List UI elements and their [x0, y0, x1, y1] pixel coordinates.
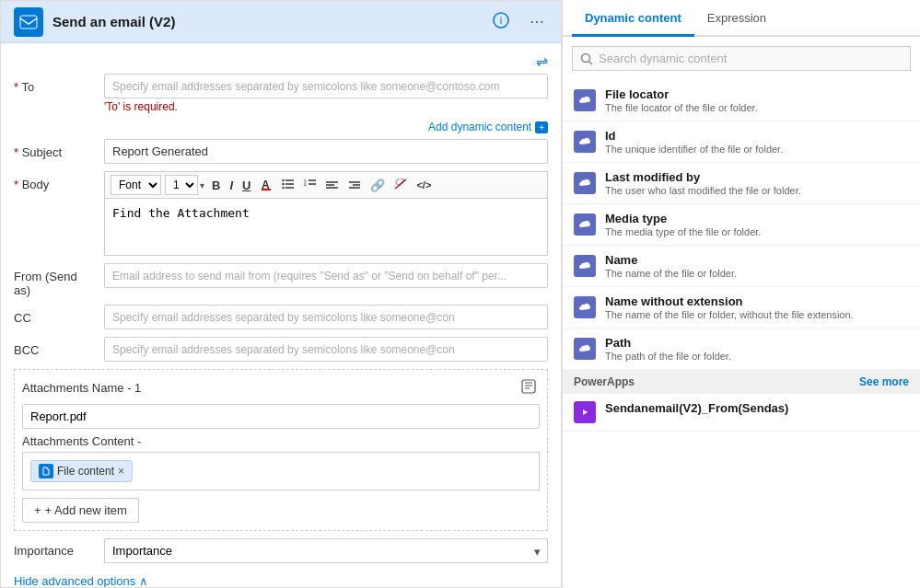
to-error: 'To' is required.: [104, 100, 548, 113]
unlink-button[interactable]: [390, 177, 411, 194]
code-button[interactable]: </>: [413, 178, 435, 192]
from-label: From (Send as): [14, 263, 97, 297]
powerapps-section-header: PowerApps See more: [563, 370, 920, 394]
attachment-name-input[interactable]: [22, 404, 540, 429]
align-right-button[interactable]: [344, 177, 365, 194]
app-icon: [14, 7, 43, 37]
from-input[interactable]: [104, 263, 548, 288]
svg-line-27: [589, 61, 593, 64]
item-text: Id The unique identifier of the file or …: [605, 129, 909, 155]
attachments-section: Attachments Name - 1 Attachments Content…: [14, 369, 548, 531]
svg-rect-0: [20, 16, 37, 29]
body-input-wrap: Font 12 ▾ B I U A: [104, 171, 548, 256]
add-dynamic-content-link[interactable]: Add dynamic content +: [428, 121, 548, 133]
item-desc: The unique identifier of the file or fol…: [605, 144, 909, 155]
subject-field-row: * Subject: [14, 139, 548, 164]
font-size-select[interactable]: 12: [165, 175, 198, 195]
item-desc: The path of the file or folder.: [605, 351, 909, 362]
item-text: Last modified by The user who last modif…: [605, 170, 909, 196]
list-item[interactable]: Id The unique identifier of the file or …: [563, 121, 920, 163]
section-title: PowerApps: [574, 375, 635, 388]
item-cloud-icon: [574, 213, 596, 236]
add-new-item-button[interactable]: + + Add new item: [22, 498, 139, 523]
list-item[interactable]: Media type The media type of the file or…: [563, 204, 920, 246]
item-desc: The media type of the file or folder.: [605, 226, 909, 237]
to-input[interactable]: [104, 74, 548, 98]
search-input[interactable]: [599, 52, 903, 65]
list-item[interactable]: Name without extension The name of the f…: [563, 287, 920, 329]
numbered-list-button[interactable]: 1.2.: [300, 177, 320, 194]
svg-point-5: [283, 179, 285, 180]
to-input-wrap: 'To' is required.: [104, 74, 548, 113]
dynamic-items-list: File locator The file locator of the fil…: [563, 80, 920, 588]
panel-title: Send an email (V2): [52, 14, 175, 29]
file-content-tag[interactable]: File content ×: [30, 460, 133, 482]
info-button[interactable]: i: [489, 10, 513, 34]
right-tabs: Dynamic content Expression: [563, 0, 920, 37]
item-name: File locator: [605, 87, 909, 101]
list-item[interactable]: Last modified by The user who last modif…: [563, 163, 920, 204]
right-panel: Dynamic content Expression File locator …: [562, 0, 920, 588]
item-name: Name without extension: [605, 294, 909, 308]
cc-input[interactable]: [104, 305, 548, 329]
item-desc: The name of the file or folder, without …: [605, 309, 909, 320]
more-options-button[interactable]: ⋯: [526, 11, 548, 32]
svg-point-26: [582, 53, 590, 62]
powerapps-item-name: Sendanemail(V2)_From(Sendas): [605, 401, 909, 415]
svg-rect-22: [522, 380, 535, 393]
body-toolbar: Font 12 ▾ B I U A: [104, 171, 548, 198]
align-left-button[interactable]: [322, 177, 343, 194]
font-color-button[interactable]: A: [256, 176, 276, 195]
search-icon: [580, 52, 593, 65]
item-cloud-icon: [574, 296, 596, 318]
hide-advanced-options[interactable]: Hide advanced options ∧: [14, 571, 548, 588]
list-item[interactable]: Name The name of the file or folder.: [563, 246, 920, 287]
item-cloud-icon: [574, 131, 596, 153]
collapse-icon: ∧: [139, 574, 148, 588]
cc-field-row: CC: [14, 305, 548, 329]
left-panel: Send an email (V2) i ⋯ ⇌ * To 'To' is re…: [0, 0, 562, 588]
importance-select-wrap: Importance Normal High Low ▾: [104, 538, 548, 563]
font-select[interactable]: Font: [111, 175, 161, 195]
tab-expression[interactable]: Expression: [694, 0, 779, 37]
underline-button[interactable]: U: [239, 177, 254, 194]
italic-button[interactable]: I: [226, 177, 237, 194]
bcc-label: BCC: [14, 337, 97, 357]
transfer-icon-row: ⇌: [14, 52, 548, 70]
bullet-list-button[interactable]: [278, 177, 298, 194]
powerapps-item-text: Sendanemail(V2)_From(Sendas): [605, 401, 909, 415]
to-label: * To: [14, 74, 97, 94]
see-more-link[interactable]: See more: [859, 375, 909, 388]
item-cloud-icon: [574, 338, 596, 360]
importance-select[interactable]: Importance Normal High Low: [104, 538, 548, 563]
svg-point-7: [283, 182, 285, 184]
transfer-icon: ⇌: [536, 52, 548, 70]
panel-header-right: i ⋯: [489, 10, 548, 34]
subject-input[interactable]: [104, 139, 548, 164]
panel-header: Send an email (V2) i ⋯: [1, 1, 561, 43]
from-input-wrap: [104, 263, 548, 288]
file-content-label: File content: [57, 465, 114, 478]
bold-button[interactable]: B: [208, 177, 224, 194]
item-text: Name The name of the file or folder.: [605, 253, 909, 279]
svg-text:2.: 2.: [304, 182, 307, 187]
body-label: * Body: [14, 171, 97, 191]
subject-label: * Subject: [14, 139, 97, 159]
list-item[interactable]: Path The path of the file or folder.: [563, 329, 920, 370]
importance-row: Importance Importance Normal High Low ▾: [14, 538, 548, 563]
item-cloud-icon: [574, 255, 596, 277]
body-textarea[interactable]: Find the Attachment: [104, 198, 548, 256]
file-content-remove[interactable]: ×: [118, 465, 124, 478]
form-body: ⇌ * To 'To' is required. Add dynamic con…: [1, 43, 561, 588]
link-button[interactable]: 🔗: [367, 177, 389, 194]
bcc-input[interactable]: [104, 337, 548, 362]
item-desc: The user who last modified the file or f…: [605, 185, 909, 196]
svg-point-9: [283, 186, 285, 188]
subject-input-wrap: [104, 139, 548, 164]
tab-dynamic-content[interactable]: Dynamic content: [572, 0, 694, 37]
attachments-edit-button[interactable]: [518, 377, 540, 398]
list-item[interactable]: File locator The file locator of the fil…: [563, 80, 920, 121]
cc-input-wrap: [104, 305, 548, 329]
svg-rect-4: [262, 189, 271, 190]
powerapps-item[interactable]: Sendanemail(V2)_From(Sendas): [563, 394, 920, 432]
